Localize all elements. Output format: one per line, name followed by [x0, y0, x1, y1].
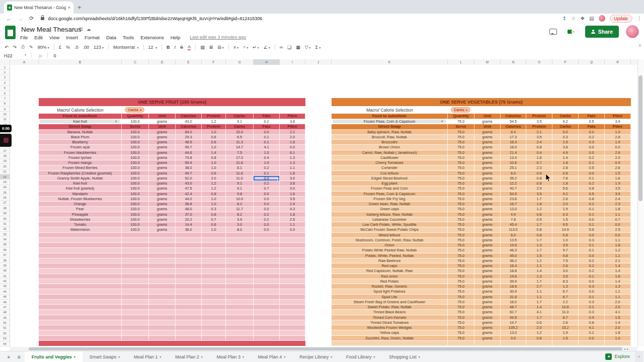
- column-header-k[interactable]: K: [332, 59, 448, 65]
- table-cell[interactable]: Red caps: [332, 263, 448, 268]
- table-cell[interactable]: 1.0: [552, 238, 579, 243]
- table-cell[interactable]: [149, 330, 176, 335]
- table-cell[interactable]: [202, 279, 226, 284]
- row-header-30[interactable]: 30: [0, 216, 10, 221]
- table-cell[interactable]: [202, 315, 226, 320]
- table-cell[interactable]: 1.7: [526, 238, 552, 243]
- share-page-icon[interactable]: ↥: [562, 16, 567, 21]
- table-cell[interactable]: [176, 315, 202, 320]
- table-cell[interactable]: Calories: [501, 114, 526, 119]
- table-cell[interactable]: [226, 258, 254, 263]
- table-cell[interactable]: [226, 320, 254, 325]
- table-cell[interactable]: [149, 268, 176, 274]
- table-cell[interactable]: [149, 295, 176, 300]
- table-cell[interactable]: 52.0: [176, 176, 202, 181]
- table-cell[interactable]: grams: [149, 197, 176, 202]
- table-cell[interactable]: 0.9: [579, 315, 605, 320]
- table-cell[interactable]: 1.5: [605, 171, 631, 176]
- table-cell[interactable]: grams: [474, 330, 501, 335]
- column-header-b[interactable]: B: [39, 59, 122, 65]
- table-cell[interactable]: 100.0: [122, 202, 149, 207]
- table-cell[interactable]: [202, 289, 226, 294]
- table-cell[interactable]: [39, 258, 122, 263]
- table-cell[interactable]: 0.1: [579, 248, 605, 253]
- menu-item-data[interactable]: Data: [106, 35, 116, 40]
- column-header-q[interactable]: Q: [579, 59, 605, 65]
- table-cell[interactable]: Red onion: [332, 274, 448, 279]
- table-cell[interactable]: 0.8: [526, 171, 552, 176]
- table-cell[interactable]: [122, 253, 149, 258]
- table-cell[interactable]: 0.0: [605, 145, 631, 150]
- table-cell[interactable]: 48.7: [501, 305, 526, 310]
- table-cell[interactable]: 1.5: [552, 336, 579, 341]
- table-cell[interactable]: [332, 341, 448, 346]
- table-cell[interactable]: grams: [149, 217, 176, 222]
- table-cell[interactable]: 0.6: [202, 140, 226, 145]
- side-panel-icon[interactable]: ▤: [589, 16, 594, 21]
- row-header-29[interactable]: 29: [0, 211, 10, 216]
- table-cell[interactable]: 0.5: [526, 217, 552, 222]
- table-cell[interactable]: [254, 289, 280, 294]
- table-cell[interactable]: grams: [474, 336, 501, 341]
- table-cell[interactable]: Serve: [122, 124, 149, 130]
- table-cell[interactable]: 16.4: [501, 263, 526, 268]
- row-header-4[interactable]: 4: [0, 80, 10, 85]
- table-cell[interactable]: 25.1: [501, 165, 526, 170]
- table-cell[interactable]: 1.0: [202, 160, 226, 165]
- table-cell[interactable]: 0.1: [579, 160, 605, 165]
- table-cell[interactable]: 0.3: [579, 140, 605, 145]
- row-header-44[interactable]: 44: [0, 289, 10, 294]
- vertical-align-icon[interactable]: ÷▾: [243, 45, 248, 50]
- table-cell[interactable]: Potato White Peeled Raw, Nuttab: [332, 248, 448, 253]
- reload-icon[interactable]: ⟳: [29, 15, 34, 22]
- table-cell[interactable]: [122, 330, 149, 335]
- table-cell[interactable]: grams: [474, 248, 501, 253]
- table-cell[interactable]: grams: [474, 295, 501, 300]
- table-cell[interactable]: Unit: [149, 114, 176, 119]
- table-cell[interactable]: Lebanese Cucumber: [332, 217, 448, 222]
- row-header-34[interactable]: 34: [0, 237, 10, 242]
- sheet-tab-recipe-library[interactable]: Recipe Library▾: [292, 351, 339, 362]
- table-cell[interactable]: 75.0: [448, 274, 474, 279]
- table-cell[interactable]: [202, 248, 226, 253]
- table-cell[interactable]: [122, 258, 149, 263]
- table-cell[interactable]: 75.0: [448, 181, 474, 186]
- table-cell[interactable]: [149, 289, 176, 294]
- row-header-47[interactable]: 47: [0, 305, 10, 310]
- table-cell[interactable]: [226, 263, 254, 268]
- scroll-arrow-buttons[interactable]: ◂▸: [624, 347, 630, 350]
- table-cell[interactable]: [122, 310, 149, 315]
- table-cell[interactable]: [226, 243, 254, 248]
- number-format-select[interactable]: 123▾: [94, 45, 104, 50]
- table-cell[interactable]: 30.9: [501, 289, 526, 294]
- table-cell[interactable]: 0.0: [254, 227, 280, 232]
- column-header-p[interactable]: P: [552, 59, 579, 65]
- table-cell[interactable]: 21.4: [501, 150, 526, 155]
- table-cell[interactable]: [122, 300, 149, 305]
- table-cell[interactable]: [280, 305, 305, 310]
- table-cell[interactable]: [149, 279, 176, 284]
- decrease-decimal-button[interactable]: .0: [74, 45, 78, 50]
- table-cell[interactable]: Frozen Peas, Corn & Capsicum: [332, 192, 448, 197]
- table-cell[interactable]: Carbs: [226, 124, 254, 130]
- table-cell[interactable]: Rocket, Raw, Generic: [332, 284, 448, 289]
- row-header-48[interactable]: 48: [0, 310, 10, 315]
- table-cell[interactable]: [448, 341, 474, 346]
- table-cell[interactable]: 1.5: [526, 253, 552, 258]
- table-cell[interactable]: 0.5: [579, 119, 605, 125]
- table-cell[interactable]: 2.0: [526, 325, 552, 330]
- table-cell[interactable]: 1.1: [605, 253, 631, 258]
- table-cell[interactable]: [176, 233, 202, 238]
- table-cell[interactable]: 17.0: [226, 155, 254, 160]
- table-cell[interactable]: [280, 295, 305, 300]
- fill-color-icon[interactable]: ▨: [200, 45, 205, 50]
- table-cell[interactable]: 2.1: [526, 130, 552, 135]
- table-cell[interactable]: 9.2: [552, 119, 579, 125]
- table-cell[interactable]: 12.2: [501, 181, 526, 186]
- table-cell[interactable]: [202, 243, 226, 248]
- row-header-3[interactable]: 3: [0, 75, 10, 80]
- table-cell[interactable]: 100.0: [122, 171, 149, 176]
- table-cell[interactable]: grams: [474, 150, 501, 155]
- table-cell[interactable]: [39, 320, 122, 325]
- table-cell[interactable]: 0.0: [254, 192, 280, 197]
